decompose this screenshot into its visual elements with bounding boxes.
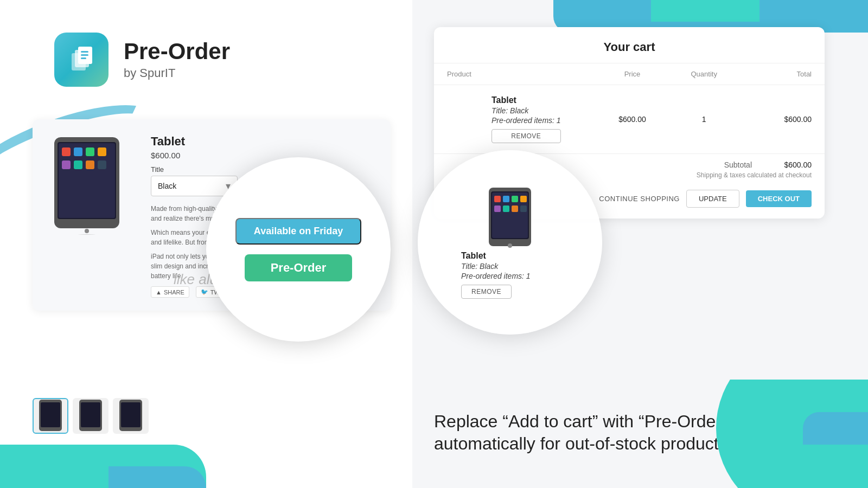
cart-product-image-space bbox=[447, 95, 485, 144]
svg-rect-35 bbox=[520, 206, 527, 212]
cart-table-header: Product Price Quantity Total bbox=[434, 63, 825, 85]
cart-circle-remove-button[interactable]: REMOVE bbox=[461, 285, 512, 299]
select-value: Black bbox=[158, 182, 176, 190]
svg-rect-24 bbox=[121, 402, 141, 427]
svg-rect-30 bbox=[512, 196, 518, 202]
cart-card: Your cart Product Price Quantity Total T… bbox=[434, 27, 825, 219]
available-badge: Available on Friday bbox=[235, 218, 361, 245]
arc-bottom-right bbox=[108, 466, 206, 488]
svg-rect-17 bbox=[98, 160, 106, 169]
product-name: Tablet bbox=[151, 134, 374, 149]
svg-point-18 bbox=[71, 234, 103, 235]
svg-rect-31 bbox=[520, 196, 527, 202]
cart-product-title: Title: Black bbox=[492, 106, 561, 115]
svg-rect-3 bbox=[81, 51, 88, 53]
cart-product-name: Tablet bbox=[492, 95, 561, 105]
header-price: Price bbox=[596, 70, 668, 78]
product-thumbnails bbox=[33, 398, 149, 434]
update-button[interactable]: UPDATE bbox=[686, 190, 739, 208]
cart-quantity: 1 bbox=[668, 115, 740, 124]
header-product: Product bbox=[447, 70, 596, 78]
subtotal-label: Subtotal bbox=[724, 160, 752, 169]
app-title: Pre-Order bbox=[124, 39, 230, 64]
cart-total: $600.00 bbox=[740, 115, 812, 124]
svg-rect-13 bbox=[98, 147, 106, 156]
svg-rect-15 bbox=[74, 160, 82, 169]
cart-title: Your cart bbox=[434, 27, 825, 63]
cart-circle-preorder: Pre-ordered items: 1 bbox=[461, 272, 559, 280]
svg-point-9 bbox=[85, 229, 89, 233]
header-quantity: Quantity bbox=[668, 70, 740, 78]
cart-row-container: Tablet Title: Black Pre-ordered items: 1… bbox=[434, 85, 825, 154]
svg-rect-32 bbox=[494, 206, 501, 212]
svg-rect-16 bbox=[86, 160, 94, 169]
checkout-button[interactable]: CheCK OuT bbox=[746, 190, 812, 207]
share-label: SHARE bbox=[164, 289, 184, 296]
table-row: Tablet Title: Black Pre-ordered items: 1… bbox=[434, 85, 825, 154]
product-circle-overlay: Available on Friday Pre-Order bbox=[206, 157, 391, 342]
svg-point-36 bbox=[508, 243, 512, 248]
app-icon bbox=[54, 33, 108, 87]
svg-rect-5 bbox=[81, 57, 86, 59]
svg-rect-20 bbox=[41, 402, 60, 427]
cart-product-image bbox=[486, 186, 534, 251]
share-btn[interactable]: ▲ SHARE bbox=[151, 286, 189, 298]
cart-product-text: Tablet Title: Black Pre-ordered items: 1… bbox=[492, 95, 561, 143]
svg-rect-10 bbox=[62, 147, 71, 156]
tweet-icon: 🐦 bbox=[201, 288, 208, 296]
cart-circle-name: Tablet bbox=[461, 251, 559, 261]
header-total: Total bbox=[740, 70, 812, 78]
thumbnail-2[interactable] bbox=[73, 398, 108, 434]
cart-price: $600.00 bbox=[596, 115, 668, 124]
right-panel: Your cart Product Price Quantity Total T… bbox=[412, 0, 868, 488]
svg-rect-11 bbox=[74, 147, 82, 156]
app-subtitle: by SpurIT bbox=[124, 66, 230, 80]
remove-button[interactable]: REMOVE bbox=[492, 129, 561, 143]
app-title-block: Pre-Order by SpurIT bbox=[124, 39, 230, 80]
svg-rect-4 bbox=[81, 54, 88, 56]
cart-product-col: Tablet Title: Black Pre-ordered items: 1… bbox=[447, 95, 596, 144]
thumbnail-1[interactable] bbox=[33, 398, 68, 434]
cart-product-preorder: Pre-ordered items: 1 bbox=[492, 116, 561, 125]
subtotal-value: $600.00 bbox=[774, 160, 812, 169]
svg-rect-14 bbox=[62, 160, 71, 169]
share-icon: ▲ bbox=[156, 289, 162, 296]
app-header: Pre-Order by SpurIT bbox=[54, 33, 230, 87]
thumbnail-3[interactable] bbox=[113, 398, 149, 434]
left-panel: Pre-Order by SpurIT bbox=[0, 0, 412, 488]
svg-rect-33 bbox=[503, 206, 509, 212]
product-price: $600.00 bbox=[151, 151, 374, 160]
svg-rect-28 bbox=[494, 196, 501, 202]
cart-circle-overlay: Tablet Title: Black Pre-ordered items: 1… bbox=[418, 150, 602, 335]
bottom-right-decoration bbox=[705, 380, 868, 488]
svg-rect-34 bbox=[512, 206, 518, 212]
cart-circle-title: Title: Black bbox=[461, 262, 559, 271]
svg-rect-22 bbox=[81, 402, 100, 427]
product-image-area bbox=[49, 134, 136, 298]
svg-rect-12 bbox=[86, 147, 94, 156]
svg-rect-29 bbox=[503, 196, 509, 202]
continue-shopping-button[interactable]: COnTINue Shopping bbox=[599, 195, 680, 203]
cart-circle-product-info: Tablet Title: Black Pre-ordered items: 1… bbox=[461, 251, 559, 299]
preorder-button[interactable]: Pre-Order bbox=[245, 254, 353, 281]
